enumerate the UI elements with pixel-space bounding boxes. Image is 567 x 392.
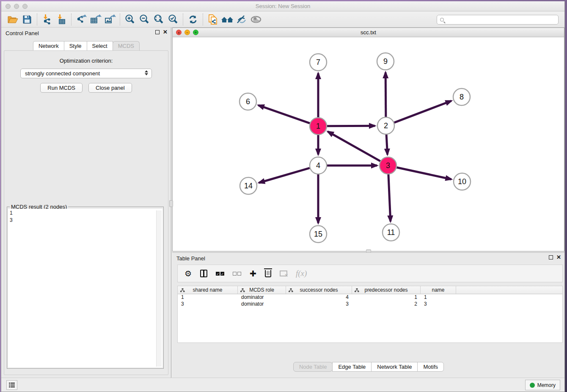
column-browser-icon[interactable] — [200, 270, 207, 277]
tab-motifs[interactable]: Motifs — [417, 362, 444, 372]
tab-style[interactable]: Style — [64, 41, 87, 50]
horizontal-split-handle[interactable] — [366, 249, 371, 253]
toolbar-separator — [203, 14, 203, 25]
toolbar-separator — [37, 14, 37, 25]
result-line: 3 — [10, 217, 161, 224]
graph-edge[interactable] — [386, 135, 388, 155]
first-neighbors-icon[interactable] — [220, 13, 234, 26]
network-window-titlebar[interactable]: x – + scc.txt — [173, 28, 564, 37]
open-session-icon[interactable] — [6, 13, 20, 26]
graph-edge[interactable] — [394, 101, 451, 122]
selected-option: strongly connected component — [25, 70, 100, 77]
export-table-icon[interactable] — [88, 13, 103, 26]
title-bar: Session: New Session — [1, 1, 564, 11]
vertical-split-handle[interactable] — [169, 200, 173, 207]
graph-edge[interactable] — [397, 167, 451, 179]
tab-edge-table[interactable]: Edge Table — [332, 362, 372, 372]
column-header[interactable]: name — [421, 286, 456, 294]
column-type-icon — [240, 288, 245, 292]
tab-node-table[interactable]: Node Table — [293, 362, 333, 372]
graph-node-label: 14 — [244, 182, 253, 190]
memory-status-icon — [530, 383, 535, 388]
close-panel-icon[interactable]: ✕ — [163, 30, 168, 34]
run-mcds-button[interactable]: Run MCDS — [40, 83, 83, 93]
float-panel-icon[interactable] — [155, 30, 160, 34]
column-header[interactable]: predecessor nodes — [352, 286, 421, 294]
import-network-icon[interactable] — [40, 13, 54, 26]
tab-network-table[interactable]: Network Table — [371, 362, 418, 372]
table-cell[interactable]: 1 — [178, 294, 238, 301]
tab-network[interactable]: Network — [33, 41, 64, 50]
table-cell[interactable]: 4 — [286, 294, 352, 301]
search-icon — [440, 18, 444, 22]
column-header-label: name — [432, 287, 444, 293]
graph-edge[interactable] — [259, 168, 310, 183]
deselect-all-columns-icon[interactable] — [233, 272, 241, 276]
zoom-selected-icon[interactable] — [166, 13, 180, 26]
table-cell[interactable]: 3 — [178, 301, 238, 308]
close-table-panel-icon[interactable]: ✕ — [556, 255, 561, 259]
control-panel-tabs: Network Style Select MCDS — [1, 41, 171, 50]
refresh-icon[interactable] — [186, 13, 200, 26]
network-canvas[interactable]: 7968124314101511 — [173, 37, 564, 251]
table-cell[interactable]: 1 — [352, 294, 421, 301]
save-session-icon[interactable] — [20, 13, 34, 26]
table-row[interactable]: 3dominator323 — [178, 301, 562, 308]
toolbar-separator — [120, 14, 120, 25]
graph-edge[interactable] — [328, 132, 380, 161]
table-cell[interactable]: 3 — [421, 301, 456, 308]
table-row[interactable]: 1dominator411 — [178, 294, 562, 301]
table-cell[interactable]: dominator — [238, 301, 286, 308]
float-table-panel-icon[interactable] — [549, 255, 553, 259]
memory-button[interactable]: Memory — [525, 380, 560, 390]
zoom-in-icon[interactable] — [123, 13, 137, 26]
table-options-icon[interactable]: ⚙ — [184, 269, 192, 279]
graph-node-label: 10 — [458, 177, 466, 186]
graph-edge[interactable] — [388, 174, 391, 221]
search-input[interactable] — [444, 15, 558, 24]
control-panel: Control Panel ✕ Network Style Select MCD… — [1, 28, 171, 378]
table-cell[interactable]: 3 — [286, 301, 352, 308]
hide-selected-icon[interactable] — [234, 13, 249, 26]
optimization-criterion-select[interactable]: strongly connected component — [20, 69, 152, 78]
table-cell[interactable]: 1 — [421, 294, 456, 301]
column-header[interactable]: shared name — [178, 286, 238, 294]
select-all-columns-icon[interactable]: ✓✓ — [216, 272, 224, 276]
mcds-result-text[interactable]: 1 3 — [8, 209, 162, 367]
zoom-out-icon[interactable] — [137, 13, 151, 26]
graph-edge[interactable] — [259, 105, 310, 123]
table-cell[interactable]: dominator — [238, 294, 286, 301]
export-image-icon[interactable] — [103, 13, 117, 26]
graph-node-label: 8 — [460, 93, 464, 101]
delete-columns-icon[interactable] — [265, 270, 271, 277]
result-line: 1 — [10, 210, 161, 217]
select-arrows-icon — [145, 70, 148, 75]
graph-node-label: 2 — [384, 121, 388, 130]
result-scrollbar[interactable] — [156, 210, 162, 367]
column-header[interactable]: MCDS role — [238, 286, 286, 294]
function-builder-icon: f(x) — [296, 269, 307, 278]
graph-edge[interactable] — [385, 72, 386, 117]
graph-node-label: 11 — [387, 228, 395, 237]
show-all-eye-icon[interactable] — [249, 13, 263, 26]
column-type-icon — [180, 288, 185, 292]
create-column-icon[interactable]: ✚ — [250, 269, 256, 279]
import-table-icon[interactable] — [54, 13, 69, 26]
close-panel-button[interactable]: Close panel — [88, 83, 132, 93]
tab-mcds[interactable]: MCDS — [113, 41, 140, 50]
show-panels-button[interactable] — [6, 380, 17, 390]
graph-edge[interactable] — [327, 126, 375, 126]
window-title: Session: New Session — [1, 3, 564, 9]
network-graph[interactable]: 7968124314101511 — [173, 37, 564, 251]
graph-node-label: 6 — [246, 97, 250, 106]
table-cell[interactable]: 2 — [352, 301, 421, 308]
column-header[interactable]: successor nodes — [286, 286, 352, 294]
main-toolbar — [1, 11, 564, 28]
node-table: shared nameMCDS rolesuccessor nodesprede… — [177, 286, 563, 343]
tab-select[interactable]: Select — [87, 41, 113, 50]
toolbar-separator — [71, 14, 72, 25]
zoom-fit-icon[interactable] — [151, 13, 166, 26]
export-network-icon[interactable] — [74, 13, 88, 26]
duplicate-network-icon[interactable] — [206, 13, 220, 26]
list-icon — [9, 383, 15, 388]
